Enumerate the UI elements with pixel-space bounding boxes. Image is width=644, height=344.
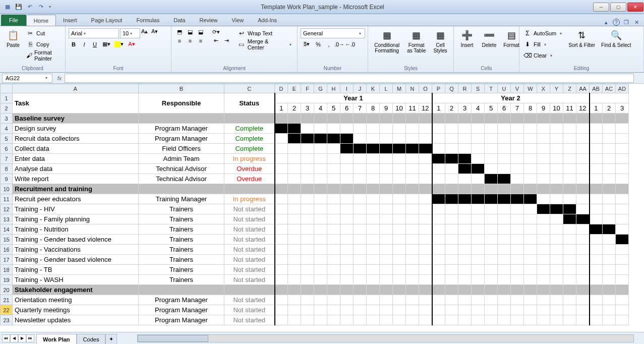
- status-cell[interactable]: Not started: [224, 224, 275, 235]
- section-cell[interactable]: [498, 184, 511, 194]
- gantt-cell[interactable]: [472, 214, 485, 224]
- gantt-cell[interactable]: [354, 124, 367, 134]
- section-cell[interactable]: [393, 285, 406, 295]
- gantt-cell[interactable]: [485, 204, 498, 214]
- gantt-cell[interactable]: [537, 144, 550, 154]
- gantt-cell[interactable]: [393, 224, 406, 235]
- status-cell[interactable]: Not started: [224, 315, 275, 325]
- gantt-cell[interactable]: [524, 295, 537, 305]
- gantt-cell[interactable]: [288, 124, 301, 134]
- gantt-cell[interactable]: [472, 204, 485, 214]
- gantt-cell[interactable]: [406, 265, 419, 275]
- gantt-cell[interactable]: [393, 124, 406, 134]
- section-cell[interactable]: Stakeholder engagement: [13, 285, 139, 295]
- tab-nav-last-icon[interactable]: ⏭: [26, 334, 34, 342]
- section-cell[interactable]: [445, 184, 458, 194]
- section-cell[interactable]: [485, 285, 498, 295]
- gantt-cell[interactable]: [275, 194, 288, 204]
- gantt-cell[interactable]: [458, 194, 472, 204]
- gantt-cell[interactable]: [590, 134, 603, 144]
- gantt-cell[interactable]: [314, 245, 327, 255]
- gantt-cell[interactable]: [524, 224, 537, 235]
- status-cell[interactable]: Not started: [224, 214, 275, 224]
- gantt-cell[interactable]: [472, 255, 485, 265]
- gantt-cell[interactable]: [550, 204, 563, 214]
- help-icon[interactable]: ?: [613, 19, 620, 26]
- col-header[interactable]: Z: [563, 84, 576, 93]
- gantt-cell[interactable]: [432, 194, 445, 204]
- gantt-cell[interactable]: [419, 124, 432, 134]
- gantt-cell[interactable]: [576, 275, 590, 285]
- gantt-cell[interactable]: [275, 275, 288, 285]
- gantt-cell[interactable]: [314, 174, 327, 184]
- row-header[interactable]: 3: [1, 113, 13, 124]
- gantt-cell[interactable]: [458, 255, 472, 265]
- percent-button[interactable]: %: [313, 40, 323, 48]
- view-tab[interactable]: View: [225, 15, 251, 26]
- gantt-cell[interactable]: [275, 174, 288, 184]
- gantt-cell[interactable]: [340, 295, 354, 305]
- gantt-cell[interactable]: [354, 164, 367, 174]
- scrollbar-thumb[interactable]: [138, 335, 208, 342]
- gantt-cell[interactable]: [275, 265, 288, 275]
- gantt-cell[interactable]: [367, 275, 380, 285]
- section-cell[interactable]: [354, 184, 367, 194]
- gantt-cell[interactable]: [327, 224, 340, 235]
- section-cell[interactable]: [576, 285, 590, 295]
- section-cell[interactable]: [432, 113, 445, 124]
- gantt-cell[interactable]: [354, 305, 367, 315]
- gantt-cell[interactable]: [590, 224, 603, 235]
- gantt-cell[interactable]: [550, 124, 563, 134]
- section-cell[interactable]: [537, 184, 550, 194]
- gantt-cell[interactable]: [288, 144, 301, 154]
- conditional-formatting-button[interactable]: ▦Conditional Formatting: [371, 28, 402, 54]
- section-cell[interactable]: [563, 113, 576, 124]
- gantt-cell[interactable]: [288, 134, 301, 144]
- gantt-cell[interactable]: [458, 144, 472, 154]
- gantt-cell[interactable]: [314, 144, 327, 154]
- format-painter-button[interactable]: 🖌Format Painter: [25, 50, 62, 61]
- section-cell[interactable]: [603, 184, 616, 194]
- fx-icon[interactable]: fx: [54, 75, 65, 81]
- decrease-font-icon[interactable]: A▾: [151, 28, 160, 38]
- month-header[interactable]: 2: [288, 103, 301, 113]
- gantt-cell[interactable]: [511, 154, 524, 164]
- gantt-cell[interactable]: [485, 315, 498, 325]
- month-header[interactable]: 1: [432, 103, 445, 113]
- gantt-cell[interactable]: [537, 164, 550, 174]
- gantt-cell[interactable]: [590, 204, 603, 214]
- gantt-cell[interactable]: [498, 194, 511, 204]
- gantt-cell[interactable]: [590, 295, 603, 305]
- gantt-cell[interactable]: [445, 204, 458, 214]
- status-cell[interactable]: Not started: [224, 295, 275, 305]
- month-header[interactable]: 9: [380, 103, 393, 113]
- gantt-cell[interactable]: [340, 154, 354, 164]
- gantt-cell[interactable]: [288, 255, 301, 265]
- month-header[interactable]: 3: [616, 103, 629, 113]
- gantt-cell[interactable]: [275, 245, 288, 255]
- month-header[interactable]: 11: [563, 103, 576, 113]
- gantt-cell[interactable]: [393, 275, 406, 285]
- gantt-cell[interactable]: [550, 154, 563, 164]
- row-header[interactable]: 13: [1, 214, 13, 224]
- status-cell[interactable]: Not started: [224, 245, 275, 255]
- responsible-cell[interactable]: Program Manager: [139, 124, 224, 134]
- gantt-cell[interactable]: [537, 204, 550, 214]
- gantt-cell[interactable]: [511, 134, 524, 144]
- gantt-cell[interactable]: [406, 134, 419, 144]
- page-layout-tab[interactable]: Page Layout: [84, 15, 130, 26]
- gantt-cell[interactable]: [603, 295, 616, 305]
- gantt-cell[interactable]: [616, 224, 629, 235]
- section-cell[interactable]: [485, 184, 498, 194]
- gantt-cell[interactable]: [301, 265, 314, 275]
- section-cell[interactable]: [590, 285, 603, 295]
- gantt-cell[interactable]: [550, 164, 563, 174]
- comma-button[interactable]: ,: [324, 40, 334, 48]
- align-middle-icon[interactable]: ⬓: [185, 28, 195, 36]
- gantt-cell[interactable]: [537, 235, 550, 245]
- task-cell[interactable]: Enter data: [13, 154, 139, 164]
- gantt-cell[interactable]: [537, 245, 550, 255]
- gantt-cell[interactable]: [550, 224, 563, 235]
- section-cell[interactable]: [419, 113, 432, 124]
- section-cell[interactable]: [288, 184, 301, 194]
